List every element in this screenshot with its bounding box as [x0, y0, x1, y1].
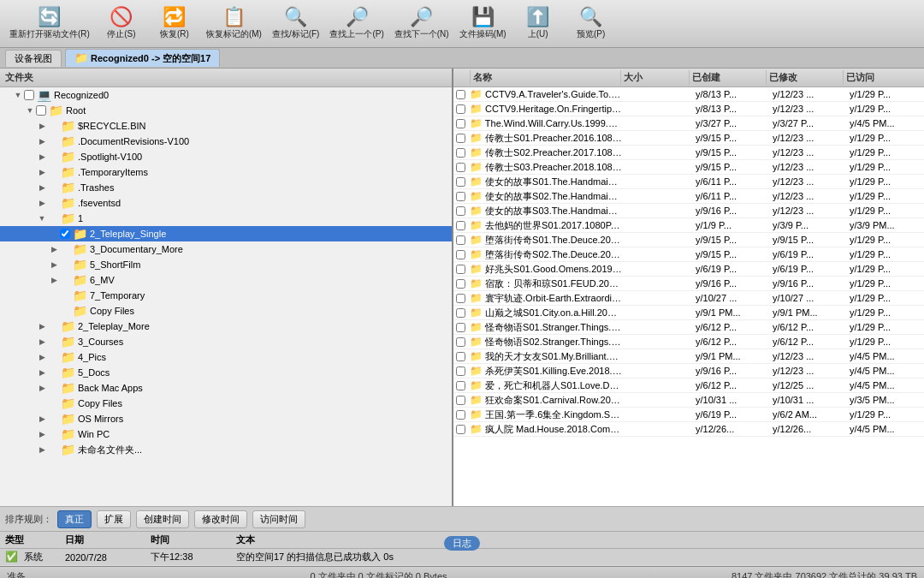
- tree-item-copyfiles2[interactable]: 📁Copy Files: [0, 396, 452, 411]
- row-check-15[interactable]: [456, 308, 465, 318]
- tree-item-shortfilm[interactable]: ▶📁5_ShortFilm: [0, 257, 452, 272]
- find-prev-button[interactable]: 🔎 查找上一个(P): [325, 3, 388, 45]
- list-row[interactable]: 📁 使女的故事S01.The.Handmaid's.Tale.2... y/6/…: [453, 175, 924, 189]
- list-row[interactable]: 📁 The.Wind.Will.Carry.Us.1999.1080p.Bl..…: [453, 116, 924, 131]
- tree-item-tempitems[interactable]: ▶📁.TemporaryItems: [0, 164, 452, 180]
- row-check-6[interactable]: [456, 177, 465, 187]
- log-button[interactable]: 日志: [444, 536, 480, 551]
- tree-item-winpc[interactable]: ▶📁Win PC: [0, 426, 452, 442]
- tree-toggle-root[interactable]: ▼: [24, 106, 36, 115]
- tree-toggle-winpc[interactable]: ▶: [36, 430, 48, 438]
- sortbar-accessed-btn[interactable]: 访问时间: [252, 510, 305, 528]
- list-row[interactable]: 📁 好兆头S01.Good.Omens.2019.1080p.... y/6/1…: [453, 262, 924, 277]
- row-check-9[interactable]: [456, 221, 465, 230]
- tree-item-pics[interactable]: ▶📁4_Pics: [0, 349, 452, 365]
- tree-item-teleplay_single[interactable]: 📁2_Teleplay_Single: [0, 226, 452, 241]
- tree-item-trashes[interactable]: ▶📁.Trashes: [0, 180, 452, 195]
- preview-button[interactable]: 🔍 预览(P): [566, 3, 617, 45]
- stop-button[interactable]: 🚫 停止(S): [96, 3, 147, 45]
- tree-toggle-trashes[interactable]: ▶: [36, 183, 48, 192]
- tree-toggle-shortfilm[interactable]: ▶: [48, 260, 60, 269]
- up-button[interactable]: ⬆️ 上(U): [512, 3, 564, 45]
- row-check-10[interactable]: [456, 235, 465, 245]
- tree-toggle-docs[interactable]: ▶: [36, 368, 48, 377]
- row-check-3[interactable]: [456, 134, 465, 143]
- row-check-21[interactable]: [456, 396, 465, 405]
- row-check-16[interactable]: [456, 323, 465, 332]
- restore-button[interactable]: 🔁 恢复(R): [149, 3, 200, 45]
- row-check-2[interactable]: [456, 119, 465, 128]
- list-row[interactable]: 📁 我的天才女友S01.My.Brilliant.Friend.20... y/…: [453, 349, 924, 364]
- tree-item-mv[interactable]: ▶📁6_MV: [0, 272, 452, 288]
- row-check-23[interactable]: [456, 425, 465, 434]
- list-row[interactable]: 📁 CCTV9.A.Traveler's.Guide.To.The.Plan..…: [453, 87, 924, 102]
- row-check-17[interactable]: [456, 337, 465, 347]
- list-row[interactable]: 📁 使女的故事S02.The.Handmaid's.Tale.2... y/6/…: [453, 189, 924, 204]
- row-check-7[interactable]: [456, 192, 465, 201]
- tab-recognized[interactable]: 📁 Recognized0 -> 空的空间17: [65, 49, 220, 67]
- row-check-19[interactable]: [456, 366, 465, 376]
- list-row[interactable]: 📁 爱，死亡和机器人S01.Love.Death.and.... y/6/12 …: [453, 378, 924, 393]
- row-check-18[interactable]: [456, 352, 465, 361]
- row-check-14[interactable]: [456, 294, 465, 303]
- sortbar-true-btn[interactable]: 真正: [57, 510, 92, 528]
- tree-toggle-teleplay_more[interactable]: ▶: [36, 322, 48, 331]
- sortbar-expand-btn[interactable]: 扩展: [97, 510, 131, 528]
- row-check-1[interactable]: [456, 104, 465, 114]
- tree-toggle-more[interactable]: ▶: [36, 445, 48, 454]
- file-code-button[interactable]: 💾 文件操码(M): [455, 3, 511, 45]
- sortbar-created-btn[interactable]: 创建时间: [136, 510, 189, 528]
- tree-toggle-documentary_more[interactable]: ▶: [48, 245, 60, 253]
- tree-toggle-1[interactable]: ▼: [36, 214, 48, 223]
- tree-item-fseventsd[interactable]: ▶📁.fseventsd: [0, 195, 452, 211]
- list-row[interactable]: 📁 去他妈的世界S01.2017.1080P.WEB-DL... y/1/9 P…: [453, 218, 924, 233]
- tree-toggle-tempitems[interactable]: ▶: [36, 168, 48, 176]
- tree-item-temporary[interactable]: 📁7_Temporary: [0, 288, 452, 303]
- tree-item-spotlight[interactable]: ▶📁.Spotlight-V100: [0, 149, 452, 164]
- tree-toggle-spotlight[interactable]: ▶: [36, 152, 48, 161]
- tree-item-teleplay_more[interactable]: ▶📁2_Teleplay_More: [0, 319, 452, 334]
- tree-toggle-backmacapps[interactable]: ▶: [36, 384, 48, 392]
- list-row[interactable]: 📁 疯人院 Mad.House.2018.Complete.108... y/1…: [453, 422, 924, 437]
- tree-item-backmacapps[interactable]: ▶📁Back Mac Apps: [0, 380, 452, 396]
- tree-toggle-fseventsd[interactable]: ▶: [36, 199, 48, 207]
- list-row[interactable]: 📁 CCTV9.Heritage.On.Fringertips.2015.1..…: [453, 102, 924, 116]
- list-row[interactable]: 📁 狂欢命案S01.Carnival.Row.2019.1080... y/10…: [453, 393, 924, 408]
- tree-check-recognized0[interactable]: [24, 90, 34, 100]
- row-check-22[interactable]: [456, 410, 465, 420]
- list-row[interactable]: 📁 堕落街传奇S01.The.Deuce.2017.1080... y/9/15…: [453, 233, 924, 247]
- row-check-20[interactable]: [456, 381, 465, 390]
- row-check-8[interactable]: [456, 206, 465, 216]
- sortbar-modified-btn[interactable]: 修改时间: [194, 510, 247, 528]
- tree-item-copyfiles1[interactable]: 📁Copy Files: [0, 303, 452, 319]
- tree-toggle-mv[interactable]: ▶: [48, 276, 60, 284]
- list-row[interactable]: 📁 寰宇轨迹.Orbit-Earth.Extraordinary.Jou... …: [453, 291, 924, 306]
- list-row[interactable]: 📁 堕落街传奇S02.The.Deuce.2018.1080.... y/9/1…: [453, 247, 924, 262]
- find-next-button[interactable]: 🔎 查找下一个(N): [390, 3, 453, 45]
- tree-toggle-pics[interactable]: ▶: [36, 353, 48, 361]
- tree-item-courses[interactable]: ▶📁3_Courses: [0, 334, 452, 349]
- list-row[interactable]: 📁 传教士S03.Preacher.2018.1080P.WEB.... y/9…: [453, 160, 924, 175]
- reopen-button[interactable]: 🔄 重新打开驱动文件(R): [5, 3, 94, 45]
- tab-device-view[interactable]: 设备视图: [5, 50, 62, 67]
- tree-toggle-recognized0[interactable]: ▼: [12, 91, 24, 99]
- list-row[interactable]: 📁 传教士S02.Preacher.2017.1080P.WEB-... y/9…: [453, 146, 924, 160]
- row-check-12[interactable]: [456, 265, 465, 274]
- tree-toggle-osmirrors[interactable]: ▶: [36, 414, 48, 423]
- tree-item-recycle[interactable]: ▶📁$RECYCLE.BIN: [0, 118, 452, 134]
- tree-item-root[interactable]: ▼📁Root: [0, 103, 452, 118]
- list-row[interactable]: 📁 杀死伊芙S01.Killing.Eve.2018.1080p.B... y/…: [453, 364, 924, 378]
- list-row[interactable]: 📁 王国.第一季.6集全.Kingdom.S01E01-0... y/6/19 …: [453, 408, 924, 422]
- tree-item-recognized0[interactable]: ▼💻Recognized0: [0, 87, 452, 103]
- tree-toggle-docrev[interactable]: ▶: [36, 137, 48, 146]
- tree-item-docs[interactable]: ▶📁5_Docs: [0, 365, 452, 380]
- row-check-5[interactable]: [456, 163, 465, 172]
- tree-check-root[interactable]: [36, 105, 46, 116]
- tree-check-teleplay_single[interactable]: [60, 229, 70, 239]
- row-check-11[interactable]: [456, 250, 465, 259]
- tree-toggle-courses[interactable]: ▶: [36, 337, 48, 346]
- tree-item-documentary_more[interactable]: ▶📁3_Documentary_More: [0, 241, 452, 257]
- row-check-13[interactable]: [456, 279, 465, 289]
- tree-item-1[interactable]: ▼📁1: [0, 211, 452, 226]
- find-mark-button[interactable]: 🔍 查找/标记(F): [268, 3, 324, 45]
